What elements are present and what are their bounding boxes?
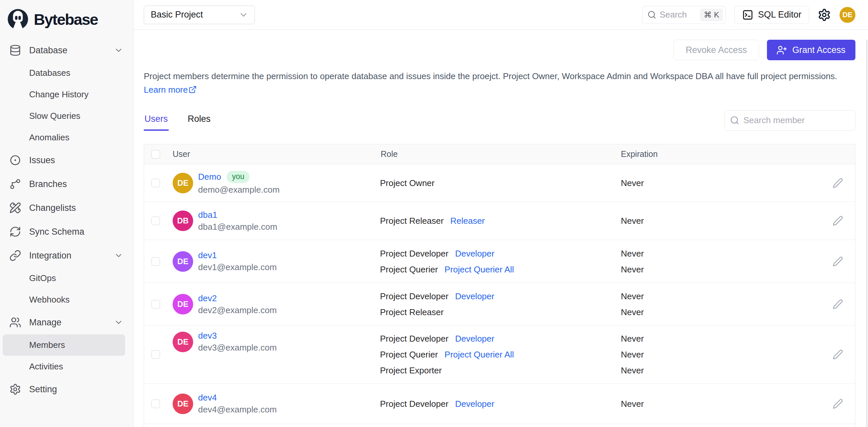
sidebar-item-databases[interactable]: Databases [0,62,133,84]
role-link[interactable]: Project Querier All [444,347,514,362]
row-checkbox[interactable] [151,179,160,187]
sidebar-item-label: Members [29,340,65,350]
role-name: Project Releaser [380,213,444,229]
expiration-value: Never [621,288,820,304]
sidebar-item-setting[interactable]: Setting [0,377,133,401]
role-link[interactable]: Developer [455,331,495,347]
sidebar-item-label: Branches [29,179,67,189]
row-checkbox[interactable] [151,399,160,408]
role-name: Project Developer [380,245,448,262]
tabs-row: Users Roles [144,110,856,131]
member-search[interactable] [724,110,856,131]
sidebar-item-label: Sync Schema [29,227,85,237]
settings-gear-icon[interactable] [818,8,831,22]
user-plus-icon [777,45,787,55]
sql-editor-button[interactable]: SQL Editor [735,6,809,24]
sidebar-item-label: Issues [29,155,55,165]
sidebar-item-webhooks[interactable]: Webhooks [0,289,133,310]
sidebar-item-branches[interactable]: Branches [0,172,133,196]
sidebar-item-integration[interactable]: Integration [0,243,133,267]
global-search[interactable]: ⌘ K [642,6,726,24]
role-link[interactable]: Developer [455,288,495,304]
sidebar-item-label: Manage [29,318,62,328]
sidebar-item-manage[interactable]: Manage [0,310,133,334]
row-checkbox[interactable] [151,300,160,308]
sidebar-item-issues[interactable]: Issues [0,148,133,172]
member-name-link[interactable]: dba1 [198,210,217,220]
sidebar-item-members[interactable]: Members [3,334,125,356]
expiration-value: Never [621,347,820,362]
tab-users[interactable]: Users [144,110,168,131]
member-name-link[interactable]: Demo [198,172,221,182]
chevron-down-icon [239,10,248,20]
select-all-checkbox[interactable] [151,150,160,159]
table-header-row: User Role Expiration [144,144,855,164]
edit-pencil-icon[interactable] [833,178,843,188]
project-selector-value: Basic Project [151,10,203,20]
sidebar-item-label: GitOps [29,273,56,283]
learn-more-link[interactable]: Learn more [144,85,197,95]
edit-pencil-icon[interactable] [833,299,843,309]
project-selector[interactable]: Basic Project [144,6,255,24]
member-name-link[interactable]: dev2 [198,293,217,303]
you-badge: you [227,171,249,183]
global-search-input[interactable] [660,10,697,20]
sidebar-item-label: Slow Queries [29,111,81,121]
table-row: DE dev4 dev4@example.com Project Develop… [144,384,855,424]
git-branch-icon [9,178,21,190]
avatar: DE [173,394,193,414]
sidebar-item-changelists[interactable]: Changelists [0,196,133,220]
grant-access-button[interactable]: Grant Access [767,40,856,60]
column-header-expiration: Expiration [621,149,820,159]
role-name: Project Developer [380,331,448,347]
row-checkbox[interactable] [151,350,160,359]
edit-pencil-icon[interactable] [833,216,843,226]
tab-roles[interactable]: Roles [187,110,211,131]
role-link[interactable]: Project Querier All [444,262,514,277]
role-link[interactable]: Developer [455,245,495,262]
sidebar-item-anomalies[interactable]: Anomalies [0,127,133,148]
expiration-value: Never [621,304,820,320]
bytebase-logo[interactable]: Bytebase [0,0,133,37]
member-name-link[interactable]: dev4 [198,393,217,403]
sidebar-item-label: Setting [29,384,57,395]
sidebar-item-gitops[interactable]: GitOps [0,267,133,289]
terminal-icon [742,9,753,21]
role-link[interactable]: Developer [455,396,495,412]
member-name-link[interactable]: dev3 [198,331,217,341]
scrollbar[interactable] [866,40,867,427]
role-name: Project Querier [380,262,438,277]
sidebar-item-slow-queries[interactable]: Slow Queries [0,105,133,127]
member-search-input[interactable] [743,115,850,126]
member-name-link[interactable]: dev1 [198,250,217,261]
row-checkbox[interactable] [151,257,160,266]
edit-pencil-icon[interactable] [833,256,843,267]
sidebar-item-change-history[interactable]: Change History [0,84,133,105]
table-row: DB dba1 dba1@example.com Project Release… [144,202,855,240]
sidebar-item-label: Changelists [29,203,76,213]
user-avatar[interactable]: DE [839,7,856,23]
role-name: Project Owner [380,175,435,191]
table-row: DE Demo you demo@example.com Project Own… [144,164,855,202]
sidebar-item-database[interactable]: Database [0,38,133,62]
revoke-access-button[interactable]: Revoke Access [674,40,760,60]
edit-pencil-icon[interactable] [833,398,843,409]
grant-access-label: Grant Access [792,45,845,55]
sidebar-item-label: Activities [29,361,63,372]
users-icon [9,317,21,328]
member-email: dev3@example.com [198,342,277,353]
sidebar-item-sync-schema[interactable]: Sync Schema [0,220,133,243]
member-email: demo@example.com [198,185,280,195]
page-actions: Revoke Access Grant Access [144,40,856,60]
role-link[interactable]: Releaser [450,213,485,229]
row-checkbox[interactable] [151,217,160,225]
sidebar-item-activities[interactable]: Activities [0,356,133,377]
sidebar-item-label: Webhooks [29,295,69,305]
expiration-value: Never [621,396,820,412]
edit-pencil-icon[interactable] [833,349,843,360]
role-name: Project Querier [380,347,438,362]
table-row-partial [144,424,855,427]
sidebar-item-label: Anomalies [29,132,69,143]
search-icon [730,116,740,125]
members-page: Revoke Access Grant Access Project membe… [133,30,868,427]
